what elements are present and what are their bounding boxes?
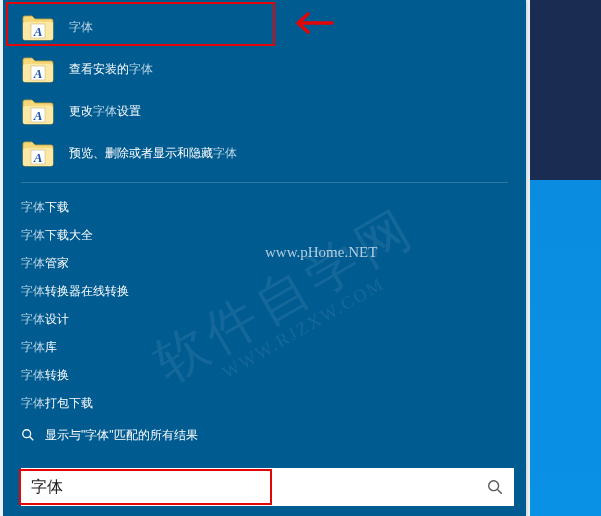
svg-line-9 [30,437,34,441]
top-results-section: A字体A查看安装的字体A更改字体设置A预览、删除或者显示和隐藏字体 [21,0,508,183]
desktop-background [530,0,601,516]
see-all-results-label: 显示与"字体"匹配的所有结果 [45,427,198,444]
result-label: 字体 [69,19,93,36]
svg-text:A: A [33,150,43,165]
web-suggestion[interactable]: 字体打包下载 [21,389,508,417]
search-icon [486,478,504,496]
svg-text:A: A [33,24,43,39]
result-item[interactable]: A更改字体设置 [21,90,508,132]
result-item[interactable]: A查看安装的字体 [21,48,508,90]
search-icon [21,428,35,442]
result-label: 预览、删除或者显示和隐藏字体 [69,145,237,162]
see-all-results[interactable]: 显示与"字体"匹配的所有结果 [21,421,508,449]
fonts-folder-icon: A [21,10,55,44]
result-item[interactable]: A预览、删除或者显示和隐藏字体 [21,132,508,174]
svg-point-10 [489,481,499,491]
svg-text:A: A [33,108,43,123]
web-suggestion[interactable]: 字体库 [21,333,508,361]
svg-line-11 [498,490,502,494]
search-input[interactable] [21,468,476,506]
web-suggestion[interactable]: 字体转换器在线转换 [21,277,508,305]
search-panel: A字体A查看安装的字体A更改字体设置A预览、删除或者显示和隐藏字体 字体下载字体… [3,0,526,516]
web-suggestion[interactable]: 字体设计 [21,305,508,333]
web-suggestion[interactable]: 字体下载 [21,193,508,221]
fonts-folder-icon: A [21,136,55,170]
result-label: 查看安装的字体 [69,61,153,78]
search-bar [21,468,514,506]
search-button[interactable] [476,468,514,506]
result-item[interactable]: A字体 [21,6,508,48]
web-suggestions-section: 字体下载字体下载大全字体管家字体转换器在线转换字体设计字体库字体转换字体打包下载… [3,183,526,453]
svg-text:A: A [33,66,43,81]
fonts-folder-icon: A [21,94,55,128]
web-suggestion[interactable]: 字体下载大全 [21,221,508,249]
web-suggestion[interactable]: 字体管家 [21,249,508,277]
web-suggestion[interactable]: 字体转换 [21,361,508,389]
svg-point-8 [23,430,31,438]
result-label: 更改字体设置 [69,103,141,120]
fonts-folder-icon: A [21,52,55,86]
